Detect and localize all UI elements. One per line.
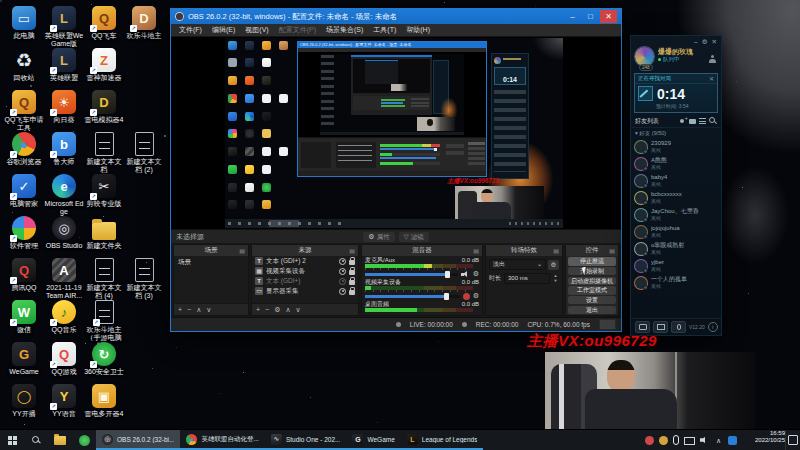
control-button-3[interactable]: 工作室模式	[568, 286, 616, 295]
panel-menu-icon[interactable]: ▤	[473, 247, 479, 254]
scenes-toolbar-button[interactable]: +	[178, 306, 182, 313]
tray-blue-icon[interactable]	[728, 436, 737, 445]
desktop-icon-32[interactable]: ▣雷电多开器4	[84, 384, 124, 418]
add-friend-icon[interactable]	[679, 117, 687, 125]
lock-icon[interactable]	[349, 280, 355, 285]
friend-row-5[interactable]: jojojojuhua离线	[631, 223, 721, 240]
slider-handle[interactable]	[445, 271, 450, 278]
desktop-icon-5[interactable]: L英雄联盟	[44, 48, 84, 82]
obs-preview-canvas[interactable]: OBS 26.0.2 (32-bit, windows) - 配置文件: 未命名…	[171, 37, 621, 229]
obs-minimize-button[interactable]: –	[564, 10, 581, 23]
obs-menu-4[interactable]: 场景集合(S)	[321, 25, 368, 35]
folder-icon[interactable]	[689, 117, 697, 125]
sources-toolbar-button[interactable]: −	[265, 306, 269, 313]
volume-slider[interactable]	[365, 293, 460, 300]
taskbar-app-2[interactable]: ∿Studio One - 202...	[265, 430, 347, 450]
desktop-icon-22[interactable]: 新建文本文档 (4)	[84, 258, 124, 300]
tray-monitor-icon[interactable]	[684, 437, 695, 445]
info-icon[interactable]: i	[708, 322, 718, 332]
friend-row-8[interactable]: 一个人的孤单离线	[631, 274, 721, 291]
desktop-icon-18[interactable]: ◎OBS Studio	[44, 216, 84, 250]
speaker-icon[interactable]	[461, 270, 470, 278]
queue-cancel-button[interactable]: ✕	[709, 75, 714, 82]
desktop-icon-10[interactable]: ●谷歌浏览器	[4, 132, 44, 166]
obs-menu-1[interactable]: 编辑(E)	[207, 25, 240, 35]
transition-gear-button[interactable]: ⚙	[548, 260, 559, 270]
desktop-icon-2[interactable]: QQQ飞车	[84, 6, 124, 40]
visibility-eye-icon[interactable]	[339, 258, 346, 265]
friend-row-4[interactable]: JayChou、七里香离线	[631, 206, 721, 223]
source-item-1[interactable]: ▦视频采集设备	[252, 266, 358, 276]
sources-toolbar-button[interactable]: +	[256, 306, 260, 313]
desktop-icon-14[interactable]: ✓电脑管家	[4, 174, 44, 208]
desktop-icon-27[interactable]: GWeGame	[4, 342, 44, 376]
tray-mic-icon[interactable]	[673, 435, 679, 445]
obs-close-button[interactable]: ✕	[600, 10, 617, 23]
muted-speaker-icon[interactable]	[463, 293, 470, 300]
obs-maximize-button[interactable]: □	[582, 10, 599, 23]
transition-type-select[interactable]: 淡出⌄	[489, 259, 546, 270]
obs-menu-2[interactable]: 视图(V)	[240, 25, 273, 35]
sources-toolbar-button[interactable]: ∨	[296, 306, 301, 314]
desktop-icon-3[interactable]: D欢乐斗地主	[124, 6, 164, 40]
person-icon[interactable]	[709, 55, 716, 63]
source-item-0[interactable]: T文本 (GDI+) 2	[252, 256, 358, 266]
list-view-icon[interactable]	[699, 117, 707, 125]
browser-360-button[interactable]	[72, 430, 96, 450]
desktop-icon-20[interactable]: Q腾讯QQ	[4, 258, 44, 292]
desktop-icon-12[interactable]: 新建文本文档	[84, 132, 124, 174]
action-center-button[interactable]	[785, 430, 800, 450]
obs-menu-5[interactable]: 工具(T)	[368, 25, 401, 35]
taskbar-app-3[interactable]: GWeGame	[346, 430, 400, 450]
desktop-icon-30[interactable]: ◯YY开播	[4, 384, 44, 418]
desktop-icon-21[interactable]: A2021-11-19 Team AIR...	[44, 258, 84, 300]
panel-menu-icon[interactable]: ▤	[349, 247, 355, 254]
visibility-eye-icon[interactable]	[339, 288, 346, 295]
desktop-icon-25[interactable]: ♪QQ音乐	[44, 300, 84, 334]
desktop-icon-8[interactable]: ☀向日葵	[44, 90, 84, 124]
lol-settings-button[interactable]: ⚙	[702, 36, 708, 47]
control-button-5[interactable]: 退出	[568, 306, 616, 315]
lock-icon[interactable]	[349, 270, 355, 275]
desktop-icon-29[interactable]: ↻360安全卫士	[84, 342, 124, 376]
friend-row-2[interactable]: baby4离线	[631, 172, 721, 189]
obs-titlebar[interactable]: OBS 26.0.2 (32-bit, windows) - 配置文件: 未命名…	[171, 9, 621, 24]
friend-row-6[interactable]: o靠眼戒熟射离线	[631, 240, 721, 257]
tray-red-icon[interactable]	[645, 436, 654, 445]
visibility-eye-icon[interactable]	[339, 268, 346, 275]
desktop-icon-6[interactable]: Z雷神加速器	[84, 48, 124, 82]
desktop-icon-24[interactable]: W微信	[4, 300, 44, 334]
obs-menu-0[interactable]: 文件(F)	[174, 25, 207, 35]
desktop-icon-0[interactable]: ▭此电脑	[4, 6, 44, 40]
duration-spinner[interactable]: ▲▼	[552, 274, 559, 283]
desktop-icon-4[interactable]: ♻回收站	[4, 48, 44, 82]
desktop-icon-7[interactable]: QQQ飞车申请工具	[4, 90, 44, 132]
control-button-1[interactable]: 开始录制	[568, 267, 616, 276]
obs-menu-6[interactable]: 帮助(H)	[401, 25, 435, 35]
taskbar-app-4[interactable]: LLeague of Legends	[401, 430, 484, 450]
desktop-icon-17[interactable]: 软件管理	[4, 216, 44, 250]
desktop-icon-23[interactable]: 新建文本文档 (3)	[124, 258, 164, 300]
desktop-icon-9[interactable]: D雷电模拟器4	[84, 90, 124, 124]
friend-row-1[interactable]: A憨憨离线	[631, 155, 721, 172]
visibility-eye-icon[interactable]	[339, 278, 346, 285]
mic-icon[interactable]	[671, 321, 686, 333]
start-button[interactable]	[0, 430, 24, 450]
desktop-icon-11[interactable]: b鲁大师	[44, 132, 84, 166]
sources-toolbar-button[interactable]: ⚙	[274, 306, 280, 314]
tray-gold-icon[interactable]	[659, 436, 668, 445]
friend-row-0[interactable]: 230929离线	[631, 138, 721, 155]
panel-menu-icon[interactable]: ▤	[609, 247, 615, 254]
tray-speaker-icon[interactable]	[700, 436, 709, 445]
scenes-toolbar-button[interactable]: ∨	[206, 306, 211, 314]
control-button-2[interactable]: 启动虚拟摄像机	[568, 277, 616, 286]
taskbar-app-0[interactable]: ◎OBS 26.0.2 (32-bi...	[96, 430, 180, 450]
search-icon[interactable]	[709, 117, 717, 125]
desktop-icon-1[interactable]: L英雄联盟WeGame版	[44, 6, 84, 48]
control-button-0[interactable]: 停止推流	[568, 257, 616, 266]
lock-icon[interactable]	[349, 290, 355, 295]
file-explorer-button[interactable]	[48, 430, 72, 450]
lock-icon[interactable]	[349, 260, 355, 265]
gear-icon[interactable]: ⚙	[473, 292, 479, 300]
gear-icon[interactable]: ⚙	[473, 270, 479, 278]
